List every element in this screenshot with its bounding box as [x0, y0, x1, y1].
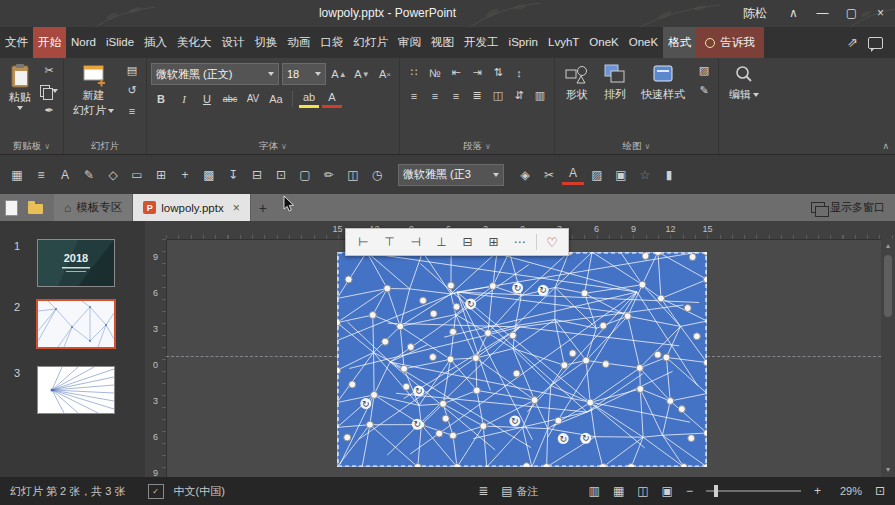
diamond-icon[interactable]: ◈: [514, 164, 536, 186]
zoom-in-button[interactable]: +: [814, 484, 821, 498]
columns-tool-icon[interactable]: ◫: [342, 164, 364, 186]
scrollbar-thumb[interactable]: [884, 255, 892, 317]
bar-icon[interactable]: ▮: [658, 164, 680, 186]
new-slide-button[interactable]: 新建 幻灯片: [68, 61, 119, 137]
align-top-objects-icon[interactable]: ⊤: [378, 232, 401, 252]
justify-icon[interactable]: ≣: [467, 86, 487, 105]
ribbon-tab[interactable]: 审阅: [393, 27, 426, 58]
bullets-icon[interactable]: ∷: [404, 63, 424, 82]
favorite-heart-icon[interactable]: ♡: [542, 235, 562, 250]
ribbon-tab[interactable]: 开始: [33, 27, 66, 58]
copy-button[interactable]: [39, 81, 59, 100]
comments-icon[interactable]: ≣: [478, 484, 488, 498]
textbox-icon[interactable]: ▭: [126, 164, 148, 186]
arrange-button[interactable]: 排列: [598, 61, 632, 137]
distribute-vertical-icon[interactable]: ⊞: [482, 232, 505, 252]
shrink-font-button[interactable]: A▼: [352, 65, 372, 84]
scissors-icon[interactable]: ✂: [538, 164, 560, 186]
normal-view-icon[interactable]: ▥: [589, 484, 600, 498]
clear-formatting-button[interactable]: A×: [375, 65, 395, 84]
rotate-text-icon[interactable]: ⇵: [509, 86, 529, 105]
ribbon-tab[interactable]: 视图: [426, 27, 459, 58]
dialog-launcher-icon[interactable]: ∨: [44, 142, 50, 151]
paste-button[interactable]: 粘贴: [4, 61, 36, 137]
slideshow-icon[interactable]: ▣: [662, 484, 673, 498]
star-icon[interactable]: ☆: [634, 164, 656, 186]
align-center-icon[interactable]: ≡: [425, 86, 445, 105]
ribbon-tab[interactable]: 口袋: [316, 27, 349, 58]
italic-button[interactable]: I: [174, 89, 194, 108]
cut-button[interactable]: ✂: [39, 61, 59, 80]
grow-font-button[interactable]: A▲: [329, 65, 349, 84]
distribute-horizontal-icon[interactable]: ⊟: [456, 232, 479, 252]
tab-lowpoly[interactable]: P lowpoly.pptx ×: [133, 194, 250, 221]
smartart-convert-icon[interactable]: ▥: [530, 86, 550, 105]
scroll-up-icon[interactable]: ▴: [881, 239, 895, 253]
ribbon-tab[interactable]: 动画: [283, 27, 316, 58]
ribbon-tab[interactable]: iSprin: [504, 27, 543, 58]
notes-button[interactable]: ▤ 备注: [501, 484, 538, 499]
ribbon-tab[interactable]: iSlide: [101, 27, 139, 58]
dialog-launcher-icon[interactable]: ∨: [645, 142, 651, 151]
format-painter-button[interactable]: ✒: [39, 101, 59, 120]
ribbon-tab[interactable]: OneK: [624, 27, 663, 58]
zoom-out-button[interactable]: −: [686, 484, 693, 498]
addin-font-select[interactable]: 微软雅黑 (正3: [398, 164, 504, 186]
align-left-objects-icon[interactable]: ⊢: [352, 232, 375, 252]
zoom-slider[interactable]: [706, 490, 801, 492]
zoom-slider-thumb[interactable]: [714, 485, 718, 497]
maximize-button[interactable]: ▢: [837, 0, 866, 27]
text-icon[interactable]: A: [54, 164, 76, 186]
text-highlight-button[interactable]: ab: [299, 90, 319, 108]
layout-icon[interactable]: ▤: [122, 61, 142, 80]
shape-icon[interactable]: ◇: [102, 164, 124, 186]
show-multi-window-button[interactable]: 显示多窗口: [811, 200, 895, 215]
reset-icon[interactable]: ↺: [122, 81, 142, 100]
line-spacing-icon[interactable]: ↕: [509, 63, 529, 82]
ribbon-tab[interactable]: LvyhT: [543, 27, 584, 58]
move-icon[interactable]: +: [174, 164, 196, 186]
ribbon-tab[interactable]: 设计: [217, 27, 250, 58]
shapes-button[interactable]: 形状: [559, 61, 595, 137]
ribbon-tab[interactable]: 文件: [0, 27, 33, 58]
new-file-icon[interactable]: [5, 200, 18, 216]
ribbon-tab[interactable]: 开发工: [459, 27, 504, 58]
align-right-icon[interactable]: ≡: [446, 86, 466, 105]
slide-thumbnail-1[interactable]: 2018: [38, 240, 114, 286]
timer-icon[interactable]: ◷: [366, 164, 388, 186]
language-indicator[interactable]: 中文(中国): [174, 484, 225, 499]
share-icon[interactable]: ⇗: [839, 27, 866, 58]
dialog-launcher-icon[interactable]: ∨: [485, 142, 491, 151]
ribbon-tab[interactable]: 美化大: [172, 27, 217, 58]
dialog-launcher-icon[interactable]: ∨: [281, 142, 287, 151]
font-size-select[interactable]: 18: [282, 63, 326, 85]
ribbon-tab[interactable]: 切换: [250, 27, 283, 58]
align-grid-icon[interactable]: ⊞: [150, 164, 172, 186]
strikethrough-button[interactable]: abc: [220, 89, 240, 108]
export-icon[interactable]: ↧: [222, 164, 244, 186]
ribbon-display-options-icon[interactable]: ∧: [779, 0, 808, 27]
frame-icon[interactable]: ▢: [294, 164, 316, 186]
slide-canvas[interactable]: ↻↻↻↻↻↻↻↻↻ ▴ ▾: [166, 239, 895, 477]
align-right-objects-icon[interactable]: ⊣: [404, 232, 427, 252]
align-left-icon[interactable]: ≡: [404, 86, 424, 105]
shape-outline-icon[interactable]: ✎: [694, 81, 714, 100]
change-case-button[interactable]: Aa: [266, 89, 286, 108]
open-folder-icon[interactable]: [28, 204, 43, 214]
slide-thumbnail-3[interactable]: [38, 367, 114, 413]
more-options-icon[interactable]: ⋯: [508, 232, 531, 252]
font-name-select[interactable]: 微软雅黑 (正文): [151, 63, 279, 85]
shape-fill-icon[interactable]: ▨: [694, 61, 714, 80]
image-icon[interactable]: ▩: [198, 164, 220, 186]
slide-thumbnail-2[interactable]: [38, 301, 114, 347]
distribute-icon[interactable]: ⊟: [246, 164, 268, 186]
pen-icon[interactable]: ✎: [78, 164, 100, 186]
collapse-ribbon-icon[interactable]: ∧: [882, 141, 889, 151]
border-tool-icon[interactable]: ▣: [610, 164, 632, 186]
text-style-icon[interactable]: ≡: [30, 164, 52, 186]
indent-increase-icon[interactable]: ⇥: [467, 63, 487, 82]
vertical-scrollbar[interactable]: ▴ ▾: [881, 239, 895, 477]
tab-template-zone[interactable]: ⌂ 模板专区: [54, 194, 133, 221]
ribbon-tab[interactable]: 幻灯片: [349, 27, 394, 58]
columns-icon[interactable]: ◫: [488, 86, 508, 105]
